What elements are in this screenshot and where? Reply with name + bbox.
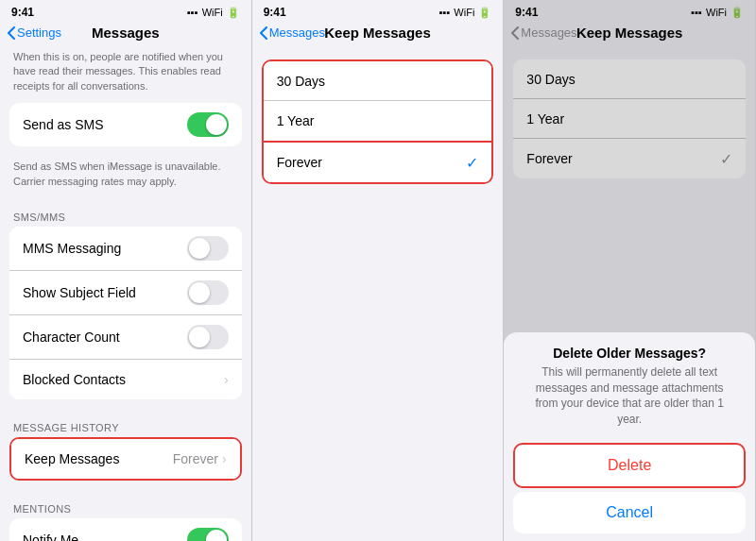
back-label: Settings bbox=[17, 25, 61, 40]
show-subject-toggle[interactable] bbox=[187, 280, 229, 305]
history-section: Message History bbox=[0, 409, 251, 437]
page-title-2: Keep Messages bbox=[324, 25, 431, 41]
option-1-year[interactable]: 1 Year bbox=[264, 101, 492, 141]
dialog-message: This will permanently delete all text me… bbox=[504, 364, 755, 439]
forever-checkmark: ✓ bbox=[466, 154, 478, 172]
back-label-2: Messages bbox=[269, 25, 325, 40]
back-to-messages-2[interactable]: Messages bbox=[260, 25, 325, 40]
delete-dialog: Delete Older Messages? This will permane… bbox=[504, 332, 755, 541]
char-count-row[interactable]: Character Count bbox=[9, 315, 242, 360]
read-receipts-desc: When this is on, people are notified whe… bbox=[0, 46, 251, 103]
show-subject-label: Show Subject Field bbox=[23, 285, 136, 300]
status-icons-1: ▪▪▪ WiFi 🔋 bbox=[187, 7, 240, 19]
status-icons-2: ▪▪▪ WiFi 🔋 bbox=[439, 7, 492, 19]
option-forever-label: Forever bbox=[277, 155, 322, 170]
smsmms-section: SMS/MMS bbox=[0, 198, 251, 227]
keep-messages-highlight: Keep Messages Forever › bbox=[9, 437, 242, 481]
cancel-button[interactable]: Cancel bbox=[513, 492, 746, 533]
signal-icon-2: ▪▪▪ bbox=[439, 7, 451, 18]
option-forever[interactable]: Forever ✓ bbox=[264, 143, 492, 182]
panel-keep-messages-dialog: 9:41 ▪▪▪ WiFi 🔋 Messages Keep Messages 3… bbox=[504, 0, 756, 541]
char-count-label: Character Count bbox=[23, 330, 120, 345]
show-subject-row[interactable]: Show Subject Field bbox=[9, 271, 242, 315]
delete-button[interactable]: Delete bbox=[513, 443, 746, 488]
mentions-group: Notify Me bbox=[9, 518, 242, 541]
mms-toggle[interactable] bbox=[187, 236, 229, 261]
option-30-days[interactable]: 30 Days bbox=[264, 61, 492, 101]
char-count-toggle[interactable] bbox=[187, 325, 229, 349]
send-sms-desc: Send as SMS when iMessage is unavailable… bbox=[0, 156, 251, 198]
back-to-settings[interactable]: Settings bbox=[8, 25, 61, 40]
keep-messages-row[interactable]: Keep Messages Forever › bbox=[11, 439, 240, 479]
keep-value: Forever › bbox=[173, 451, 227, 466]
blocked-value: › bbox=[224, 372, 229, 387]
page-title-1: Messages bbox=[92, 25, 160, 41]
time-2: 9:41 bbox=[264, 6, 286, 19]
keep-chevron-icon: › bbox=[222, 451, 227, 466]
send-sms-group: Send as SMS bbox=[9, 103, 242, 146]
panel-keep-messages: 9:41 ▪▪▪ WiFi 🔋 Messages Keep Messages 3… bbox=[252, 0, 505, 541]
keep-options-highlight: 30 Days 1 Year bbox=[262, 59, 494, 143]
keep-scroll: 30 Days 1 Year Forever ✓ bbox=[252, 46, 504, 541]
dialog-title: Delete Older Messages? bbox=[504, 332, 755, 364]
chevron-icon: › bbox=[224, 372, 229, 387]
status-bar-1: 9:41 ▪▪▪ WiFi 🔋 bbox=[0, 0, 251, 23]
send-sms-row[interactable]: Send as SMS bbox=[9, 103, 242, 146]
option-1year-label: 1 Year bbox=[277, 113, 315, 128]
notify-me-toggle[interactable] bbox=[187, 528, 229, 541]
status-bar-2: 9:41 ▪▪▪ WiFi 🔋 bbox=[252, 0, 504, 23]
smsmms-group: MMS Messaging Show Subject Field Charact… bbox=[9, 227, 242, 399]
send-sms-toggle[interactable] bbox=[187, 112, 229, 137]
keep-forever-box: Forever ✓ bbox=[262, 143, 494, 184]
nav-bar-1: Settings Messages bbox=[0, 23, 251, 46]
dialog-overlay: Delete Older Messages? This will permane… bbox=[504, 0, 755, 541]
wifi-icon-2: WiFi bbox=[454, 7, 474, 18]
mms-label: MMS Messaging bbox=[23, 241, 121, 256]
panel-messages-settings: 9:41 ▪▪▪ WiFi 🔋 Settings Messages When t… bbox=[0, 0, 252, 541]
battery-icon: 🔋 bbox=[227, 7, 240, 19]
keep-label: Keep Messages bbox=[25, 451, 119, 466]
nav-bar-2: Messages Keep Messages bbox=[252, 23, 504, 46]
mentions-section: Mentions bbox=[0, 490, 251, 518]
send-sms-label: Send as SMS bbox=[23, 117, 104, 132]
battery-icon-2: 🔋 bbox=[478, 7, 491, 19]
option-30-label: 30 Days bbox=[277, 74, 325, 89]
mms-row[interactable]: MMS Messaging bbox=[9, 227, 242, 271]
blocked-row[interactable]: Blocked Contacts › bbox=[9, 360, 242, 399]
wifi-icon: WiFi bbox=[202, 7, 223, 18]
notify-me-row[interactable]: Notify Me bbox=[9, 518, 242, 541]
notify-me-label: Notify Me bbox=[23, 533, 78, 541]
messages-scroll: When this is on, people are notified whe… bbox=[0, 46, 251, 541]
time-1: 9:41 bbox=[11, 6, 34, 19]
signal-icon: ▪▪▪ bbox=[187, 7, 198, 18]
blocked-label: Blocked Contacts bbox=[23, 372, 126, 387]
